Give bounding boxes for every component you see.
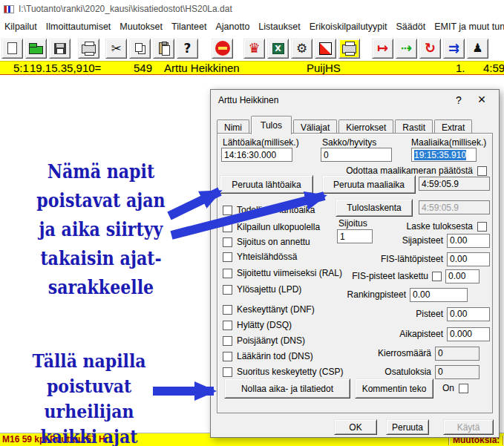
menu-item-s-d-t[interactable]: Säädöt xyxy=(392,22,431,32)
print-icon xyxy=(82,45,96,53)
cut-icon: ✂ xyxy=(111,42,121,55)
tuloslaskenta-button[interactable]: Tuloslaskenta xyxy=(336,199,413,217)
on-checkbox[interactable] xyxy=(459,384,468,393)
trophy-button[interactable]: ♛ xyxy=(243,39,265,59)
fis_lahto-input[interactable]: 0.00 xyxy=(447,252,490,266)
lahtoaika-input[interactable]: 14:16:30.000 xyxy=(221,148,292,162)
menu-item-erikoiskilpailutyypit[interactable]: Erikoiskilpailutyypit xyxy=(305,22,392,32)
row-position: 5:1 xyxy=(13,62,29,74)
menu-item-kilpailut[interactable]: Kilpailut xyxy=(0,22,42,32)
odottaa-label: Odottaa maalikameran päätöstä xyxy=(346,165,473,176)
checkbox-row-kilpailun-ulkopuolella: Kilpailun ulkopuolella xyxy=(223,222,320,232)
checkbox-keskeytt-nyt-dnf[interactable] xyxy=(223,305,232,315)
kierrosmaara-label: Kierrosmäärä xyxy=(378,348,431,358)
ok-button[interactable]: OK xyxy=(334,419,377,435)
toolbar-group: ♛X⚙ xyxy=(243,39,360,59)
print-yellow-button[interactable] xyxy=(338,39,360,59)
copy-icon xyxy=(135,43,143,52)
annotation-line: kaikki ajat xyxy=(10,424,167,446)
save-button[interactable] xyxy=(49,39,71,59)
menu-item-muutokset[interactable]: Muutokset xyxy=(115,22,167,32)
paste-button[interactable] xyxy=(153,39,174,59)
dialog-close-icon[interactable]: × xyxy=(474,91,490,108)
checkbox-sijoitus-on-annettu[interactable] xyxy=(223,237,232,247)
help-button[interactable]: ? xyxy=(177,39,198,59)
stop-button[interactable] xyxy=(212,39,233,59)
arrow-bar-icon: ↦ xyxy=(377,42,388,55)
finish-judge-button[interactable]: ♟ xyxy=(467,39,488,59)
new-document-button[interactable] xyxy=(1,39,23,59)
window-title: I:\Tuotanto\ranki\2020_kausi\kisatiedost… xyxy=(19,4,232,14)
checkbox-sijoitettu-viimeiseksi-ral[interactable] xyxy=(223,269,232,278)
annotation-line: poistuvat urheilijan xyxy=(10,374,167,424)
peruuta-button[interactable]: Peruuta xyxy=(386,419,429,435)
odottaa-row: Odottaa maalikameran päätöstä xyxy=(346,165,487,176)
checkbox-label-sijoitus-on-annettu: Sijoitus on annettu xyxy=(237,237,310,247)
checkbox-label-poisj-nyt-dns: Poisjäänyt (DNS) xyxy=(237,335,305,346)
print-yellow-icon xyxy=(342,45,356,53)
print-button[interactable] xyxy=(78,39,99,59)
checkbox-hyl-tty-dsq[interactable] xyxy=(223,321,232,330)
odottaa-checkbox[interactable] xyxy=(477,166,487,176)
checkbox-kilpailun-ulkopuolella[interactable] xyxy=(223,223,232,232)
on-label: On xyxy=(442,383,454,393)
dialog-tabs: NimiTulosVäliajatKierroksetRastitExtrat xyxy=(217,117,474,134)
cut-button[interactable]: ✂ xyxy=(105,39,127,59)
menu-bar: KilpailutIlmoittautumisetMuutoksetTilant… xyxy=(0,18,504,36)
checkbox-poisj-nyt-dns[interactable] xyxy=(223,336,232,346)
menu-item-ilmoittautumiset[interactable]: Ilmoittautumiset xyxy=(42,22,116,32)
menu-item-listaukset[interactable]: Listaukset xyxy=(254,22,304,32)
result-time-box: 4:59:05.9 xyxy=(419,177,490,191)
arrow-bars-button[interactable]: ⇉ xyxy=(443,39,465,59)
ranking-input[interactable]: 0.00 xyxy=(410,288,468,302)
selected-competitor-row[interactable]: 5:1 19.15.35,910= 549 Arttu Heikkinen Pu… xyxy=(0,61,504,75)
laske-tuloksesta-checkbox[interactable] xyxy=(477,222,487,232)
arrow-bar-button[interactable]: ↦ xyxy=(372,39,393,59)
pisteet-input[interactable]: 0.00 xyxy=(447,307,490,321)
flag-button[interactable] xyxy=(315,39,336,59)
annotation-line: Nämä napit xyxy=(16,157,186,186)
sijoitus-label: Sijoitus xyxy=(338,218,367,229)
toolbar-group xyxy=(1,39,71,59)
checkbox-row-yhteisl-hd-ss: Yhteislähdössä xyxy=(223,252,297,262)
fis_laskettu-input[interactable]: 0.00 xyxy=(445,269,480,283)
arrow-dashed-button[interactable]: ⇢ xyxy=(396,39,417,59)
copy-button[interactable] xyxy=(129,39,151,59)
dialog-titlebar[interactable]: Arttu Heikkinen ? × xyxy=(211,90,499,111)
arrow-dashed-icon: ⇢ xyxy=(401,42,412,55)
row-punch-time: 19.15.35,910= xyxy=(30,62,101,74)
dialog-help-button[interactable]: ? xyxy=(451,93,466,108)
checkbox-todellinen-l-ht-aika[interactable] xyxy=(223,206,232,215)
open-folder-icon xyxy=(29,46,43,54)
finish-judge-icon: ♟ xyxy=(472,42,482,54)
kierrosmaara-row: Kierrosmäärä0 xyxy=(378,346,480,361)
checkbox-yl-sajettu-lpd[interactable] xyxy=(223,285,232,295)
excel-button[interactable]: X xyxy=(267,39,289,59)
aikapisteet-label: Aikapisteet xyxy=(399,329,443,339)
gear-button[interactable]: ⚙ xyxy=(291,39,312,59)
kommentin-teko-button[interactable]: Kommentin teko xyxy=(355,378,433,399)
row-bib: 549 xyxy=(134,62,152,74)
checkbox-suoritus-keskeytetty-csp[interactable] xyxy=(223,367,232,377)
open-folder-button[interactable] xyxy=(25,39,47,59)
fis_laskettu-checkbox[interactable] xyxy=(432,272,442,281)
stop-icon xyxy=(215,41,230,56)
sakko-input[interactable]: 0 xyxy=(321,148,392,162)
nollaa-aika-ja-tilatiedot-button[interactable]: Nollaa aika- ja tilatiedot xyxy=(224,378,350,399)
arrow-loop-button[interactable]: ↻ xyxy=(419,39,441,59)
sijapisteet-input[interactable]: 0.00 xyxy=(447,234,490,248)
aikapisteet-input[interactable]: 0.000 xyxy=(447,327,490,341)
peruuta-maaliaika-button[interactable]: Peruuta maaliaika xyxy=(322,175,416,194)
save-icon xyxy=(54,43,66,54)
peruuta-lahtoaika-button[interactable]: Peruuta lähtöaika xyxy=(220,175,313,194)
sijoitus-input[interactable]: 1 xyxy=(337,229,373,243)
menu-item-tilanteet[interactable]: Tilanteet xyxy=(167,22,211,32)
checkbox-yhteisl-hd-ss[interactable] xyxy=(223,252,232,262)
sijapisteet-label: Sijapisteet xyxy=(402,235,443,246)
menu-item-emit-ja-muut-tun[interactable]: EMIT ja muut tun xyxy=(430,22,504,32)
maaliaika-input[interactable]: 19:15:35.910 xyxy=(411,148,477,162)
menu-item-ajanotto[interactable]: Ajanotto xyxy=(211,22,254,32)
checkbox-l-k-rin-tod-dns[interactable] xyxy=(223,352,232,361)
tab-tulos[interactable]: Tulos xyxy=(251,116,292,134)
annotation-bottom-note: Tällä napilla poistuvat urheilijan kaikk… xyxy=(10,349,167,446)
